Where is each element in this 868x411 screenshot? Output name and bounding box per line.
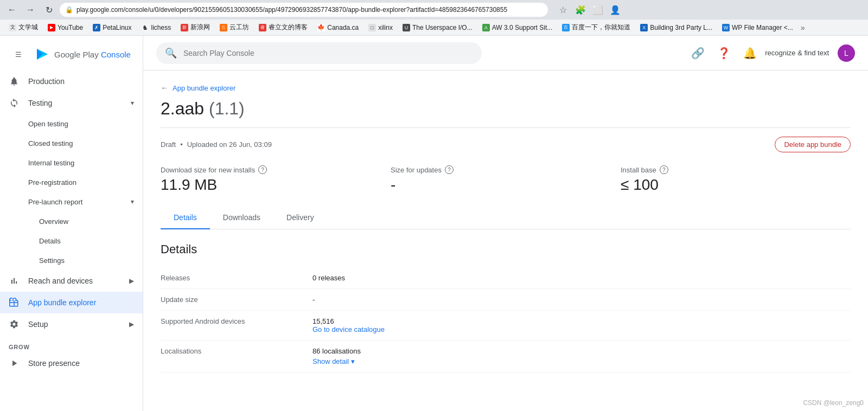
stat-size-updates: Size for updates ? - — [391, 165, 621, 194]
reload-button[interactable]: ↻ — [41, 2, 56, 17]
sidebar-item-internal-testing[interactable]: Internal testing — [0, 153, 143, 172]
logo-google-play: Google Play — [54, 50, 101, 59]
sidebar-item-app-bundle-explorer[interactable]: App bundle explorer — [0, 292, 143, 313]
help-icon-install[interactable]: ? — [660, 165, 668, 174]
sidebar-item-pre-launch-report[interactable]: Pre-launch report ▾ — [0, 192, 143, 211]
avatar[interactable]: L — [838, 44, 855, 62]
tab-details[interactable]: Details — [161, 207, 210, 229]
bar-chart-icon — [9, 275, 20, 286]
bookmark-favicon: 睿 — [259, 24, 266, 31]
back-button[interactable]: ← — [4, 2, 20, 17]
detail-row-supported-devices: Supported Android devices 15,516 Go to d… — [161, 311, 851, 341]
bookmark-petalinux[interactable]: ✗ PetaLinux — [88, 22, 136, 34]
bookmark-aw[interactable]: A AW 3.0 Support Sit... — [478, 22, 557, 34]
detail-label: Releases — [161, 274, 312, 282]
notification-icon[interactable]: 🔔 — [739, 42, 761, 64]
address-bar[interactable]: 🔒 play.google.com/console/u/0/developers… — [60, 3, 548, 17]
sidebar: ☰ Google Play Console Production — [0, 36, 143, 411]
breadcrumb-link[interactable]: App bundle explorer — [173, 84, 235, 92]
gpc-logo[interactable]: Google Play Console — [35, 47, 131, 62]
bookmark-yunwork[interactable]: 云 云工坊 — [215, 22, 253, 34]
search-icon: 🔍 — [165, 47, 177, 59]
profile-icon[interactable]: 👤 — [608, 2, 623, 17]
bookmark-icon[interactable]: ☆ — [556, 2, 571, 17]
detail-value: - — [312, 296, 851, 304]
bookmarks-more[interactable]: » — [799, 23, 807, 32]
bookmark-favicon: 🍁 — [317, 24, 325, 31]
bookmark-favicon: A — [482, 24, 490, 31]
meta-info: Draft • Uploaded on 26 Jun, 03:09 — [161, 140, 272, 149]
bookmark-label: The Userspace I/O... — [412, 24, 473, 31]
bookmark-label: lichess — [151, 24, 171, 31]
bookmark-userspace[interactable]: U The Userspace I/O... — [398, 22, 477, 34]
top-bar-actions: 🔗 ❓ 🔔 recognize & find text L — [687, 42, 855, 64]
bookmark-favicon: 新 — [181, 24, 188, 31]
sidebar-item-closed-testing[interactable]: Closed testing — [0, 133, 143, 153]
sidebar-item-open-testing[interactable]: Open testing — [0, 114, 143, 133]
detail-row-update-size: Update size - — [161, 289, 851, 311]
play-arrow-icon — [9, 358, 20, 369]
sidebar-sub-item-label: Closed testing — [28, 139, 73, 147]
page-title-text: 2.aab — [161, 99, 204, 118]
detail-row-localisations: Localisations 86 localisations Show deta… — [161, 341, 851, 373]
sidebar-item-production[interactable]: Production — [0, 70, 143, 92]
help-icon-download[interactable]: ? — [258, 165, 267, 174]
stat-download-size: Download size for new installs ? 11.9 MB — [161, 165, 391, 194]
device-catalogue-link[interactable]: Go to device catalogue — [312, 325, 851, 333]
bookmark-favicon: X — [640, 24, 648, 31]
bookmark-xilinx[interactable]: □ xilinx — [364, 22, 397, 34]
sidebar-item-details-sub[interactable]: Details — [0, 231, 143, 251]
maximize-icon[interactable]: ⬜ — [590, 2, 605, 17]
sidebar-sub-item-label: Internal testing — [28, 159, 74, 167]
tab-delivery[interactable]: Delivery — [273, 207, 327, 229]
hamburger-button[interactable]: ☰ — [9, 44, 28, 64]
main-content: ← App bundle explorer 2.aab (1.1) Draft … — [143, 70, 868, 411]
bookmark-canada[interactable]: 🍁 Canada.ca — [313, 22, 363, 34]
bookmark-wenxuecheng[interactable]: 文 文学城 — [4, 22, 42, 34]
show-detail-button[interactable]: Show detail ▾ — [312, 357, 851, 365]
sidebar-item-store-presence[interactable]: Store presence — [0, 352, 143, 374]
bookmark-building3rd[interactable]: X Building 3rd Party L... — [636, 22, 717, 34]
delete-bundle-button[interactable]: Delete app bundle — [775, 137, 851, 152]
bookmark-wpfilemanager[interactable]: W WP File Manager <... — [718, 22, 797, 34]
help-icon-updates[interactable]: ? — [445, 165, 454, 174]
help-icon[interactable]: ❓ — [713, 42, 735, 64]
extensions-icon[interactable]: 🧩 — [573, 2, 588, 17]
search-input-wrap[interactable]: 🔍 — [156, 42, 482, 64]
detail-label: Localisations — [161, 347, 312, 365]
bookmark-favicon: W — [722, 24, 730, 31]
sidebar-item-label: Production — [28, 77, 134, 86]
sidebar-item-setup[interactable]: Setup ▶ — [0, 313, 143, 335]
sidebar-header: ☰ Google Play Console — [0, 36, 143, 68]
sidebar-item-settings-sub[interactable]: Settings — [0, 251, 143, 270]
sidebar-item-label: Reach and devices — [28, 277, 120, 285]
bookmark-label: Canada.ca — [327, 24, 359, 31]
sidebar-item-testing[interactable]: Testing ▾ — [0, 92, 143, 114]
expand-arrow-icon: ▶ — [129, 277, 134, 285]
stat-label: Size for updates ? — [391, 165, 621, 174]
stat-value: 11.9 MB — [161, 176, 391, 194]
bookmark-lichess[interactable]: ♞ lichess — [137, 22, 176, 34]
bookmark-label: 睿立文的博客 — [269, 23, 308, 32]
search-input[interactable] — [183, 49, 473, 57]
bookmark-blog[interactable]: 睿 睿立文的博客 — [254, 22, 312, 34]
sidebar-item-overview[interactable]: Overview — [0, 211, 143, 231]
forward-button[interactable]: → — [23, 2, 38, 17]
logo-text: Google Play Console — [54, 50, 131, 59]
meta-separator: • — [180, 140, 183, 149]
sidebar-item-reach-devices[interactable]: Reach and devices ▶ — [0, 270, 143, 292]
bookmark-label: PetaLinux — [103, 24, 131, 31]
search-container: 🔍 — [156, 42, 482, 64]
bookmark-favicon: 文 — [9, 24, 16, 31]
draft-label: Draft — [161, 140, 176, 149]
bookmark-sina[interactable]: 新 新浪网 — [176, 22, 214, 34]
bookmark-baidu[interactable]: 百 百度一下，你就知道 — [558, 22, 635, 34]
tab-downloads[interactable]: Downloads — [210, 207, 273, 229]
upload-date: Uploaded on 26 Jun, 03:09 — [187, 140, 272, 149]
sidebar-item-pre-registration[interactable]: Pre-registration — [0, 172, 143, 192]
detail-row-releases: Releases 0 releases — [161, 267, 851, 289]
stat-value: - — [391, 176, 621, 194]
bookmark-youtube[interactable]: ▶ YouTube — [43, 22, 87, 34]
link-icon[interactable]: 🔗 — [687, 42, 709, 64]
page-title: 2.aab (1.1) — [161, 99, 851, 119]
